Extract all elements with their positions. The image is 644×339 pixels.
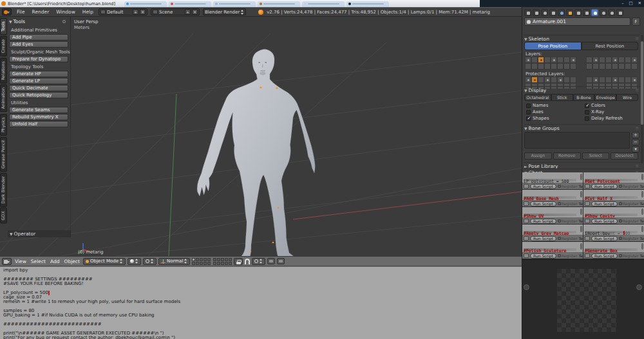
scene-selector[interactable]: Scene + ✕ bbox=[151, 8, 200, 15]
operator-panel-header[interactable]: Operator bbox=[8, 230, 71, 237]
viewport-layer-toggle[interactable] bbox=[217, 258, 220, 261]
layer-toggle[interactable] bbox=[586, 63, 592, 69]
scene-icon[interactable] bbox=[549, 9, 556, 16]
text-datablock-field[interactable]: Te bbox=[579, 219, 583, 223]
layer-toggle[interactable] bbox=[564, 57, 570, 63]
help-menu[interactable]: Help bbox=[80, 9, 95, 15]
run-script-button[interactable]: Run Script bbox=[591, 201, 618, 206]
tab-dark-blender[interactable]: Dark Blender bbox=[0, 173, 7, 207]
quick-retopology-button[interactable]: Quick Retopology bbox=[9, 92, 68, 98]
wire-button[interactable]: Wire bbox=[616, 94, 638, 101]
editor-type-icon[interactable] bbox=[585, 236, 590, 241]
code-area[interactable]: import bpy######## SETTINGS ##########SA… bbox=[3, 268, 522, 339]
editor-type-icon[interactable] bbox=[524, 219, 529, 223]
text-datablock-field[interactable]: Te bbox=[640, 253, 644, 258]
opengl-animation-icon[interactable] bbox=[277, 258, 285, 264]
code-line[interactable] bbox=[3, 304, 522, 309]
skeleton-panel-header[interactable]: Skeleton bbox=[524, 35, 640, 41]
colors-checkbox[interactable]: Colors bbox=[585, 103, 605, 108]
world-icon[interactable] bbox=[558, 9, 565, 16]
rebuild-symmetry-button[interactable]: Rebuild Symmetry X bbox=[9, 114, 68, 120]
register-checkbox[interactable]: Register bbox=[558, 253, 578, 258]
image-editor[interactable] bbox=[522, 259, 644, 339]
layer-toggle[interactable] bbox=[557, 57, 564, 63]
bone-groups-panel-header[interactable]: Bone Groups bbox=[524, 124, 640, 131]
pivot-dropdown[interactable] bbox=[143, 258, 156, 265]
generate-seams-button[interactable]: Generate Seams bbox=[9, 107, 68, 113]
viewport-layer-toggle[interactable] bbox=[213, 258, 216, 261]
viewport-layer-toggle[interactable] bbox=[192, 262, 195, 265]
layer-toggle[interactable] bbox=[625, 77, 631, 83]
editor-type-icon[interactable] bbox=[585, 184, 590, 188]
browser-tab[interactable] bbox=[169, 1, 211, 7]
register-checkbox[interactable]: Register bbox=[558, 236, 578, 241]
prepare-dynatopo-button[interactable]: Prepare for Dynatopo bbox=[9, 56, 68, 62]
text-datablock-field[interactable]: Te bbox=[579, 236, 583, 241]
text-datablock-field[interactable]: Te bbox=[640, 201, 644, 206]
layer-toggle[interactable] bbox=[605, 63, 612, 69]
constraints-icon[interactable] bbox=[574, 9, 582, 16]
shading-dropdown[interactable] bbox=[128, 258, 141, 265]
viewport-layer-toggle[interactable] bbox=[204, 262, 207, 265]
tab-gdx[interactable]: GDX bbox=[0, 208, 7, 224]
axes-checkbox[interactable]: Axes bbox=[526, 109, 544, 115]
generate-lp-button[interactable]: Generate LP bbox=[9, 78, 68, 84]
run-script-button[interactable]: Run Script bbox=[530, 253, 556, 259]
browser-tab[interactable] bbox=[213, 1, 256, 7]
pose-position-button[interactable]: Pose Position bbox=[524, 42, 582, 50]
editor-type-icon[interactable] bbox=[524, 236, 529, 241]
maximize-icon[interactable]: □ bbox=[629, 0, 632, 7]
delay-refresh-checkbox[interactable]: Delay Refresh bbox=[585, 116, 623, 121]
add-menu[interactable]: Add bbox=[49, 259, 61, 264]
run-script-button[interactable]: Run Script bbox=[530, 219, 556, 224]
layer-toggle[interactable] bbox=[586, 77, 592, 83]
rest-position-button[interactable]: Rest Position bbox=[582, 42, 639, 50]
select-menu[interactable]: Select bbox=[30, 259, 47, 264]
run-script-button[interactable]: Run Script bbox=[591, 184, 618, 189]
editor-type-icon[interactable] bbox=[585, 253, 590, 258]
add-scene-button[interactable]: + bbox=[185, 9, 191, 15]
human-model[interactable] bbox=[197, 50, 315, 256]
layer-toggle[interactable] bbox=[612, 63, 618, 69]
run-script-button[interactable]: Run Script bbox=[530, 236, 556, 241]
code-line[interactable]: import bpy bbox=[3, 268, 522, 273]
register-checkbox[interactable]: Register bbox=[619, 219, 639, 223]
scrollbar[interactable] bbox=[580, 174, 582, 180]
snap-magnet-icon[interactable] bbox=[245, 259, 250, 264]
material-icon[interactable] bbox=[608, 9, 615, 16]
minimize-icon[interactable]: – bbox=[621, 0, 623, 7]
layer-toggle[interactable] bbox=[612, 77, 618, 83]
editor-type-icon[interactable] bbox=[524, 201, 529, 206]
code-line[interactable]: LP_polycount = 500 bbox=[3, 291, 522, 295]
layer-toggle[interactable] bbox=[599, 63, 605, 69]
window-menu[interactable]: Window bbox=[54, 9, 77, 15]
panel-toggle-button[interactable] bbox=[524, 284, 529, 290]
generate-hp-button[interactable]: Generate HP bbox=[9, 71, 68, 77]
text-editor[interactable]: import bpy######## SETTINGS ##########SA… bbox=[0, 266, 522, 339]
layer-toggle[interactable] bbox=[531, 63, 538, 69]
tab-tools[interactable]: Tools bbox=[0, 18, 7, 35]
run-script-button[interactable]: Run Script bbox=[530, 184, 556, 189]
layer-toggle[interactable] bbox=[618, 63, 625, 69]
code-line[interactable]: print("For any bug or request contact th… bbox=[3, 336, 522, 339]
register-checkbox[interactable]: Register bbox=[619, 201, 639, 206]
scrollbar[interactable] bbox=[580, 208, 582, 215]
names-checkbox[interactable]: Names bbox=[526, 103, 548, 108]
pin-icon[interactable] bbox=[62, 20, 66, 23]
text-datablock-field[interactable]: Te bbox=[579, 201, 583, 206]
snap-element-dropdown[interactable] bbox=[252, 258, 265, 265]
layer-toggle[interactable] bbox=[557, 63, 564, 69]
layer-toggle[interactable] bbox=[525, 57, 531, 63]
orientation-dropdown[interactable]: Normal bbox=[158, 258, 190, 265]
register-checkbox[interactable]: Register bbox=[558, 201, 578, 206]
bbone-button[interactable]: B-Bone bbox=[573, 94, 595, 101]
viewport-layer-toggle[interactable] bbox=[207, 262, 211, 265]
texture-icon[interactable] bbox=[616, 9, 623, 16]
layer-toggle[interactable] bbox=[564, 63, 570, 69]
layer-toggle[interactable] bbox=[592, 63, 599, 69]
browser-tab[interactable] bbox=[124, 1, 167, 7]
viewport-layer-toggle[interactable] bbox=[196, 262, 199, 265]
id-name-field[interactable]: Armature.001 bbox=[524, 17, 630, 26]
text-datablock-field[interactable]: Te bbox=[579, 184, 583, 188]
register-checkbox[interactable]: Register bbox=[619, 236, 639, 241]
